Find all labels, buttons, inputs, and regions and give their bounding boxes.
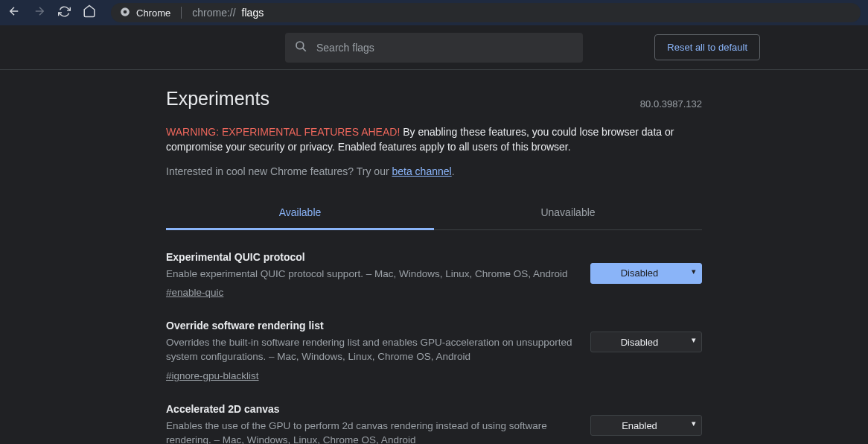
flag-body: Accelerated 2D canvas Enables the use of… bbox=[166, 403, 572, 444]
flag-state-select[interactable]: Disabled bbox=[590, 332, 702, 352]
interest-line: Interested in cool new Chrome features? … bbox=[166, 165, 702, 177]
flag-hash-link[interactable]: #enable-quic bbox=[166, 287, 223, 298]
flag-body: Override software rendering list Overrid… bbox=[166, 320, 572, 382]
flag-select-wrap: Disabled bbox=[590, 320, 702, 382]
flag-desc: Overrides the built-in software renderin… bbox=[166, 336, 572, 364]
flags-list: Experimental QUIC protocol Enable experi… bbox=[166, 230, 702, 444]
flag-body: Experimental QUIC protocol Enable experi… bbox=[166, 251, 572, 299]
warning-lead: WARNING: EXPERIMENTAL FEATURES AHEAD! bbox=[166, 126, 400, 138]
flag-title: Override software rendering list bbox=[166, 320, 572, 332]
flag-hash-link[interactable]: #ignore-gpu-blacklist bbox=[166, 370, 259, 381]
reset-all-button[interactable]: Reset all to default bbox=[654, 34, 760, 60]
flag-item: Accelerated 2D canvas Enables the use of… bbox=[166, 382, 702, 444]
search-icon bbox=[294, 39, 307, 56]
omnibox-divider bbox=[181, 7, 182, 19]
flag-select-wrap: Disabled bbox=[590, 251, 702, 299]
version-label: 80.0.3987.132 bbox=[640, 98, 702, 110]
forward-icon[interactable] bbox=[33, 4, 46, 21]
flag-title: Experimental QUIC protocol bbox=[166, 251, 572, 263]
reload-icon[interactable] bbox=[58, 5, 71, 21]
tab-unavailable[interactable]: Unavailable bbox=[434, 197, 702, 229]
flag-desc: Enable experimental QUIC protocol suppor… bbox=[166, 267, 572, 282]
omnibox[interactable]: Chrome chrome://flags bbox=[111, 3, 861, 22]
interest-pre: Interested in cool new Chrome features? … bbox=[166, 165, 392, 177]
page-title: Experiments bbox=[166, 88, 269, 110]
svg-point-1 bbox=[124, 10, 127, 13]
tabs: Available Unavailable bbox=[166, 197, 702, 230]
flag-item: Override software rendering list Overrid… bbox=[166, 299, 702, 382]
flag-state-select[interactable]: Enabled bbox=[590, 415, 702, 436]
beta-channel-link[interactable]: beta channel bbox=[392, 165, 451, 177]
flag-select-wrap: Enabled bbox=[590, 403, 702, 444]
omnibox-chip: Chrome bbox=[136, 7, 170, 19]
browser-toolbar: Chrome chrome://flags bbox=[0, 0, 868, 25]
content-scroll[interactable]: Experiments 80.0.3987.132 WARNING: EXPER… bbox=[166, 70, 702, 444]
omnibox-url-prefix: chrome:// bbox=[192, 7, 235, 19]
flag-desc: Enables the use of the GPU to perform 2d… bbox=[166, 419, 572, 444]
header-strip: Reset all to default bbox=[0, 25, 868, 70]
warning-block: WARNING: EXPERIMENTAL FEATURES AHEAD! By… bbox=[166, 124, 702, 155]
flag-state-select[interactable]: Disabled bbox=[590, 263, 702, 284]
interest-post: . bbox=[452, 165, 455, 177]
search-input[interactable] bbox=[316, 42, 574, 54]
back-icon[interactable] bbox=[7, 4, 21, 21]
nav-icons-group bbox=[7, 4, 96, 21]
page-title-row: Experiments 80.0.3987.132 bbox=[166, 88, 702, 110]
tab-available[interactable]: Available bbox=[166, 197, 434, 230]
flag-item: Experimental QUIC protocol Enable experi… bbox=[166, 230, 702, 299]
chrome-icon bbox=[120, 7, 130, 19]
search-wrap bbox=[285, 33, 583, 63]
svg-line-3 bbox=[303, 48, 306, 51]
flag-title: Accelerated 2D canvas bbox=[166, 403, 572, 415]
svg-point-2 bbox=[296, 42, 304, 49]
home-icon[interactable] bbox=[83, 4, 96, 21]
omnibox-url-path: flags bbox=[242, 7, 264, 19]
